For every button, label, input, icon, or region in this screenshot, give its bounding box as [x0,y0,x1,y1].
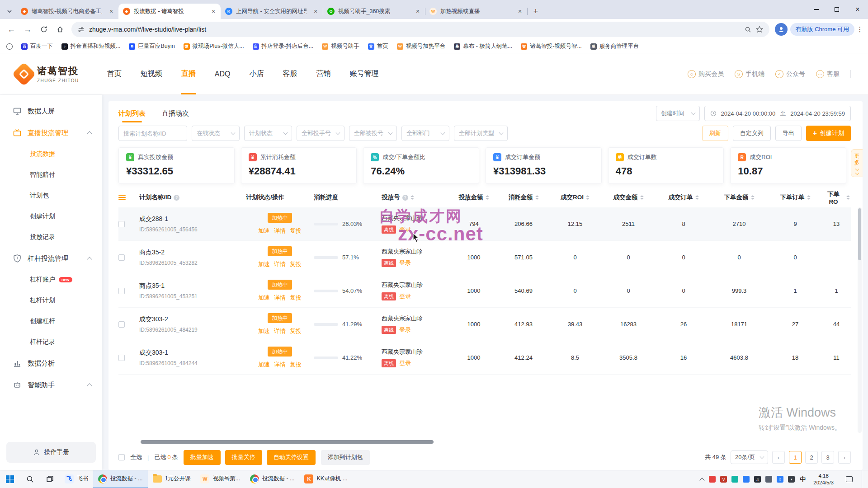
bookmark-item[interactable]: 智诸葛智投-视频号智... [521,42,582,50]
taskbar-app-1元公开课[interactable]: 1元公开课 [148,470,196,488]
new-tab-button[interactable]: + [529,5,542,18]
bookmark-item[interactable]: 微微现场Plus-微信大... [184,42,244,50]
sort-icon[interactable] [807,195,811,200]
bookmark-item[interactable]: 百百度一下 [21,42,53,50]
row-checkbox[interactable] [118,321,125,328]
tab-close-icon[interactable]: × [108,8,115,15]
action-link-复投[interactable]: 复投 [290,227,302,235]
bookmark-star-icon[interactable] [756,26,763,33]
action-link-详情[interactable]: 详情 [274,361,286,369]
nav-item-客服[interactable]: 客服 [283,53,297,94]
table-header-cell-下单RO[interactable]: 下单RO [823,190,850,205]
header-link-公众号[interactable]: ✓公众号 [775,70,805,78]
header-link-手机端[interactable]: S手机端 [735,70,764,78]
sidebar-item-杠杆投流管理[interactable]: 杠杆投流管理 [0,248,102,269]
table-row[interactable]: 成交288-1ID:5896261005_456456加热中加速详情复投26.0… [118,207,851,241]
site-settings-icon[interactable] [78,26,85,33]
sort-icon[interactable] [586,195,590,200]
action-link-复投[interactable]: 复投 [290,327,302,335]
nav-item-直播[interactable]: 直播 [181,53,196,94]
taskbar-app-飞书[interactable]: 飞飞书 [60,470,93,488]
sidebar-item-直播投流管理[interactable]: 直播投流管理 [0,122,102,144]
header-link-客服[interactable]: ⋯客服 [816,70,840,78]
table-header-cell-下单金额[interactable]: 下单金额 [711,193,768,202]
action-link-复投[interactable]: 复投 [290,260,302,268]
export-button[interactable]: 导出 [775,126,802,141]
bookmark-item[interactable]: ♪抖音直播和短视频... [61,42,120,50]
sort-icon[interactable] [410,195,414,200]
select-all-label[interactable]: 全选 [130,453,142,461]
action-link-详情[interactable]: 详情 [274,327,286,335]
per-page-select[interactable]: 20条/页 [731,450,768,464]
filter-select-全部计划类型[interactable]: 全部计划类型 [454,126,508,141]
taskbar-app-投流数据 - ...[interactable]: 投流数据 - ... [93,470,148,488]
home-button[interactable] [52,22,68,37]
browser-tab[interactable]: K上网导航 - 安全实用的网址导航× [221,4,323,19]
sidebar-item-投放记录[interactable]: 投放记录 [0,227,102,248]
browser-tab[interactable]: O视频号助手_360搜索× [323,4,425,19]
minimize-button[interactable] [806,0,826,19]
ime-indicator[interactable]: 中 [800,475,806,483]
filter-select-在线状态[interactable]: 在线状态 [192,126,240,141]
pagination-prev[interactable]: ‹ [772,451,785,464]
sort-icon[interactable] [486,195,489,200]
tray-browser-icon[interactable] [743,476,750,483]
action-link-加速[interactable]: 加速 [258,227,270,235]
horizontal-scrollbar-thumb[interactable] [141,440,434,444]
table-header-cell-成交订单[interactable]: 成交订单 [656,193,711,202]
table-row[interactable]: 商点35-2ID:5896261005_453282加热中加速详情复投57.1%… [118,241,851,274]
plan-name[interactable]: 成交303-2 [139,315,168,324]
sidebar-item-杠杆计划[interactable]: 杠杆计划 [0,290,102,311]
bulk-button-自动关停设置[interactable]: 自动关停设置 [267,450,316,465]
close-button[interactable]: × [847,0,868,19]
sidebar-item-数据大屏[interactable]: 数据大屏 [0,100,102,122]
tab-close-icon[interactable]: × [210,8,217,15]
table-header-cell-消耗金额[interactable]: 消耗金额 [497,193,550,202]
sort-icon[interactable] [535,195,539,200]
task-view-button[interactable] [40,470,60,488]
more-panel-tab[interactable]: 更多 [851,149,863,177]
column-menu-icon[interactable] [118,195,126,200]
tab-close-icon[interactable]: × [516,8,524,15]
nav-item-短视频[interactable]: 短视频 [141,53,162,94]
table-header-cell-成交金额[interactable]: 成交金额 [600,193,656,202]
sidebar-item-计划包[interactable]: 计划包 [0,185,102,206]
filter-select-全部被投号[interactable]: 全部被投号 [349,126,397,141]
filter-select-全部投手号[interactable]: 全部投手号 [297,126,344,141]
row-checkbox[interactable] [118,254,125,261]
bookmark-item[interactable]: 店抖店登录-抖店后台... [253,42,314,50]
page-button-2[interactable]: 2 [805,451,818,464]
action-link-加速[interactable]: 加速 [258,294,270,302]
tab-close-icon[interactable]: × [312,8,319,15]
taskbar-clock[interactable]: 4:18 2024/5/3 [811,473,836,486]
bookmark-item[interactable]: B巨量百应Buyin [129,42,175,50]
add-to-package-button[interactable]: 添加到计划包 [321,450,370,465]
manual-button[interactable]: 操作手册 [6,442,96,463]
bookmark-item[interactable]: 服服务商管理平台 [590,42,639,50]
table-row[interactable]: 成交303-2ID:5896261005_484219加热中加速详情复投41.2… [118,308,851,341]
login-link[interactable]: 登录 [399,359,411,367]
filter-select-全部部门[interactable]: 全部部门 [401,126,449,141]
taskbar-app-KK录像机 ...[interactable]: KKK录像机 ... [299,470,352,488]
sort-icon[interactable] [751,195,755,200]
browser-menu-kebab-icon[interactable]: ⋮ [855,25,864,33]
tray-bluetooth-icon[interactable]: ᛒ [777,476,783,483]
bookmark-item[interactable]: 幕幕布 - 极简大纲笔... [454,42,512,50]
sort-icon[interactable] [695,195,699,200]
sidebar-item-数据分析[interactable]: 数据分析 [0,352,102,374]
tray-voov-icon[interactable]: V [720,476,727,483]
pagination-next[interactable]: › [838,451,851,464]
taskbar-search-button[interactable] [20,470,40,488]
create-plan-button[interactable]: + 创建计划 [806,126,851,141]
content-tab-计划列表[interactable]: 计划列表 [118,101,146,126]
nav-item-账号管理[interactable]: 账号管理 [350,53,379,94]
action-link-加速[interactable]: 加速 [258,260,270,268]
table-header-cell-投放号[interactable]: 投放号? [382,193,450,202]
tray-meeting-icon[interactable] [731,476,738,483]
app-logo[interactable]: 诸葛智投 ZHUGE ZHITOU [15,65,79,83]
tray-expand-icon[interactable] [700,478,705,483]
table-row[interactable]: 商点35-1ID:5896261005_453251加热中加速详情复投54.07… [118,274,851,308]
browser-tab[interactable]: ◆投流数据 - 诸葛智投× [118,4,221,19]
bulk-button-批量加速[interactable]: 批量加速 [184,450,221,465]
help-icon[interactable]: ? [402,195,408,201]
